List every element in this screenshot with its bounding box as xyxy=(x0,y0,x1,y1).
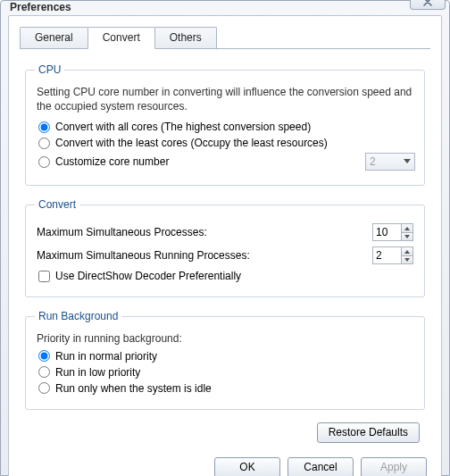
group-convert: Convert Maximum Simultaneous Processes: … xyxy=(25,198,425,297)
max-run-spinner[interactable] xyxy=(372,246,413,264)
checkbox-directshow[interactable] xyxy=(38,271,50,282)
max-proc-spinner[interactable] xyxy=(372,223,413,241)
group-convert-legend: Convert xyxy=(35,198,79,211)
close-button[interactable] xyxy=(410,0,446,10)
ok-button[interactable]: OK xyxy=(214,457,280,476)
cpu-description: Setting CPU core number in converting wi… xyxy=(37,85,415,113)
radio-priority-idle[interactable] xyxy=(38,382,50,394)
radio-priority-low[interactable] xyxy=(38,366,50,378)
checkbox-directshow-label: Use DirectShow Decoder Preferentially xyxy=(55,270,241,282)
chevron-up-icon xyxy=(404,227,410,230)
max-proc-input[interactable] xyxy=(372,223,401,241)
max-proc-label: Maximum Simultaneous Processes: xyxy=(37,226,372,238)
restore-defaults-button[interactable]: Restore Defaults xyxy=(317,422,420,443)
chevron-down-icon xyxy=(404,235,410,238)
radio-priority-idle-label: Run only when the system is idle xyxy=(55,382,212,395)
radio-cpu-least-label: Convert with the least cores (Occupy the… xyxy=(55,137,328,149)
group-cpu-legend: CPU xyxy=(35,63,64,76)
group-run-background-legend: Run Background xyxy=(35,310,121,322)
chevron-up-icon xyxy=(404,250,410,254)
tab-others[interactable]: Others xyxy=(154,27,217,48)
radio-cpu-least[interactable] xyxy=(38,138,50,149)
group-run-background: Run Background Priority in running backg… xyxy=(25,310,425,409)
apply-button[interactable]: Apply xyxy=(361,457,427,476)
cpu-core-count-value: 2 xyxy=(370,155,376,168)
chevron-down-icon xyxy=(404,159,411,163)
cpu-core-count-combo[interactable]: 2 xyxy=(365,153,415,171)
tab-convert[interactable]: Convert xyxy=(88,27,155,49)
radio-priority-normal-label: Run in normal priority xyxy=(55,350,157,363)
tabstrip: General Convert Others xyxy=(20,27,430,48)
max-run-up[interactable] xyxy=(401,246,413,256)
tabstrip-divider xyxy=(20,48,430,49)
chevron-down-icon xyxy=(404,258,410,262)
max-run-input[interactable] xyxy=(372,246,401,264)
close-icon xyxy=(422,0,433,6)
radio-priority-low-label: Run in low priority xyxy=(55,366,140,379)
titlebar: Preferences xyxy=(1,1,449,13)
max-proc-down[interactable] xyxy=(401,233,413,242)
group-cpu: CPU Setting CPU core number in convertin… xyxy=(25,63,425,186)
client-area: General Convert Others CPU Setting CPU c… xyxy=(8,15,442,476)
cancel-button[interactable]: Cancel xyxy=(288,457,354,476)
radio-cpu-all[interactable] xyxy=(38,121,50,133)
max-proc-up[interactable] xyxy=(401,223,413,233)
max-run-down[interactable] xyxy=(401,256,413,265)
dialog-buttons: OK Cancel Apply xyxy=(20,454,430,476)
radio-cpu-custom-label: Customize core number xyxy=(55,155,169,168)
runbg-subtitle: Priority in running background: xyxy=(37,331,415,346)
radio-cpu-custom[interactable] xyxy=(38,156,50,168)
window-title: Preferences xyxy=(10,1,410,13)
preferences-window: Preferences General Convert Others CPU S… xyxy=(0,0,450,476)
radio-cpu-all-label: Convert with all cores (The highest conv… xyxy=(55,121,311,133)
max-run-label: Maximum Simultaneous Running Processes: xyxy=(37,249,372,262)
tab-general[interactable]: General xyxy=(20,27,88,48)
radio-priority-normal[interactable] xyxy=(38,350,50,362)
tabpage-convert: CPU Setting CPU core number in convertin… xyxy=(20,49,430,454)
